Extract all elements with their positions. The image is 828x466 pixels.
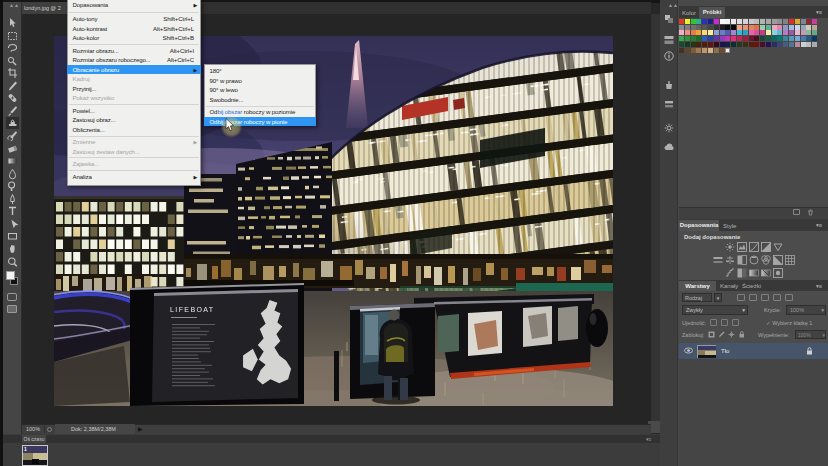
svg-text:LIFEBOAT: LIFEBOAT: [170, 306, 215, 313]
